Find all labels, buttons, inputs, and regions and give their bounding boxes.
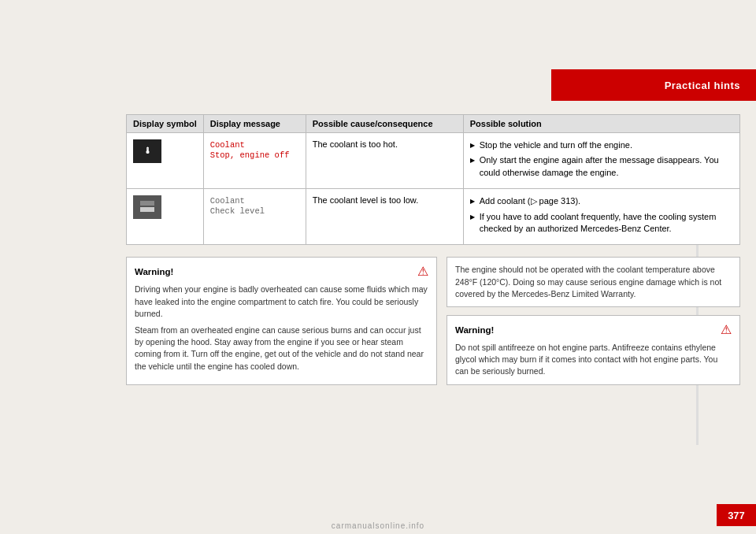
main-content: Display symbol Display message Possible … xyxy=(126,114,740,487)
warning-header-1: Warning! ⚠ xyxy=(135,264,428,279)
cause-cell-1: The coolant is too hot. xyxy=(306,133,463,189)
symbol-cell-1: 🌡 xyxy=(127,133,204,189)
svg-text:🌡: 🌡 xyxy=(143,146,152,155)
col-header-message: Display message xyxy=(203,115,306,133)
coolant-hot-icon: 🌡 xyxy=(133,139,161,163)
svg-rect-4 xyxy=(140,201,154,206)
col-header-cause: Possible cause/consequence xyxy=(306,115,463,133)
solution-item: If you have to add coolant frequently, h… xyxy=(470,211,733,235)
display-message-1: CoolantStop, engine off xyxy=(210,140,290,160)
coolant-info-table: Display symbol Display message Possible … xyxy=(126,114,740,245)
watermark-text: carmanualsonline.info xyxy=(332,521,424,530)
warning-paragraph-2: Steam from an overheated engine can caus… xyxy=(135,324,428,373)
cause-text-2: The coolant level is too low. xyxy=(313,195,419,205)
symbol-cell-2 xyxy=(127,189,204,245)
solution-cell-1: Stop the vehicle and turn off the engine… xyxy=(463,133,739,189)
solution-list-2: Add coolant (▷ page 313). If you have to… xyxy=(470,195,733,235)
message-cell-1: CoolantStop, engine off xyxy=(203,133,306,189)
table-row: CoolantCheck level The coolant level is … xyxy=(127,189,740,245)
solution-item: Stop the vehicle and turn off the engine… xyxy=(470,139,733,151)
warning-header-2: Warning! ⚠ xyxy=(455,322,732,337)
page-number: 377 xyxy=(717,504,756,526)
svg-rect-2 xyxy=(137,198,158,215)
warning-triangle-icon-1: ⚠ xyxy=(417,264,428,279)
table-row: 🌡 CoolantStop, engine off The coolant is… xyxy=(127,133,740,189)
warning-body-2: Do not spill antifreeze on hot engine pa… xyxy=(455,342,732,378)
warning-body-1: Driving when your engine is badly overhe… xyxy=(135,284,428,373)
warning-title-2: Warning! xyxy=(455,325,494,335)
warning-triangle-icon-2: ⚠ xyxy=(721,322,732,337)
svg-rect-3 xyxy=(140,207,154,212)
solution-list-1: Stop the vehicle and turn off the engine… xyxy=(470,139,733,179)
watermark: carmanualsonline.info xyxy=(332,521,424,530)
cause-text-1: The coolant is too hot. xyxy=(313,139,398,149)
coolant-level-icon xyxy=(133,195,161,219)
info-box: The engine should not be operated with t… xyxy=(447,257,740,307)
solution-item: Add coolant (▷ page 313). xyxy=(470,195,733,207)
warning-paragraph-1: Driving when your engine is badly overhe… xyxy=(135,284,428,320)
info-text: The engine should not be operated with t… xyxy=(455,265,721,298)
warning-text-2: Do not spill antifreeze on hot engine pa… xyxy=(455,342,732,378)
section-title: Practical hints xyxy=(665,80,740,91)
bottom-section: Warning! ⚠ Driving when your engine is b… xyxy=(126,257,740,384)
col-header-solution: Possible solution xyxy=(463,115,739,133)
right-column: The engine should not be operated with t… xyxy=(447,257,740,384)
solution-cell-2: Add coolant (▷ page 313). If you have to… xyxy=(463,189,739,245)
message-cell-2: CoolantCheck level xyxy=(203,189,306,245)
page-number-text: 377 xyxy=(728,510,745,521)
col-header-symbol: Display symbol xyxy=(127,115,204,133)
warning-box-2: Warning! ⚠ Do not spill antifreeze on ho… xyxy=(447,315,740,385)
solution-item: Only start the engine again after the me… xyxy=(470,154,733,179)
display-message-2: CoolantCheck level xyxy=(210,196,265,216)
cause-cell-2: The coolant level is too low. xyxy=(306,189,463,245)
warning-title-1: Warning! xyxy=(135,267,173,276)
header-banner: Practical hints xyxy=(551,69,756,101)
warning-box-1: Warning! ⚠ Driving when your engine is b… xyxy=(126,257,437,384)
